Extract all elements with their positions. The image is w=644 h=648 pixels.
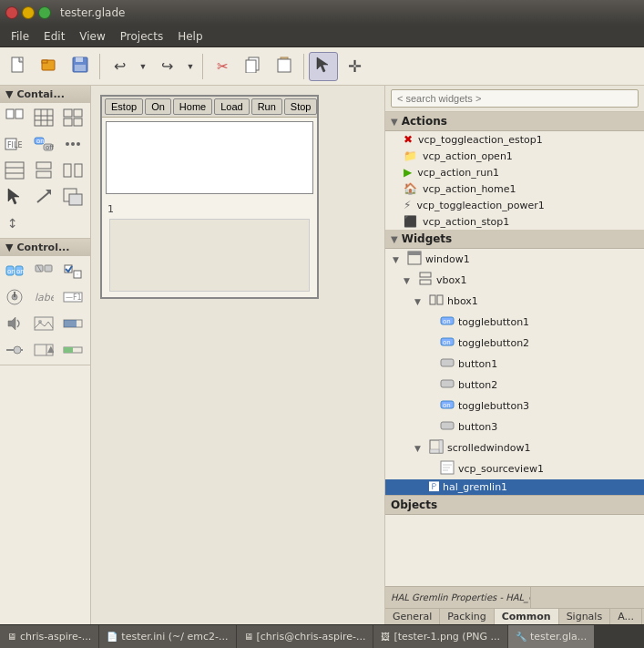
containers-label: Contai... <box>16 88 64 100</box>
svg-rect-7 <box>246 60 256 73</box>
widget-button2[interactable]: button2 <box>385 375 644 396</box>
gremlin1-icon: 🅿 <box>429 481 439 493</box>
tool-on-btn[interactable]: onon <box>2 258 27 283</box>
menu-projects[interactable]: Projects <box>113 28 170 45</box>
widget-togglebutton2[interactable]: on togglebutton2 <box>385 333 644 354</box>
redo-dropdown-icon: ▼ <box>187 62 195 71</box>
tool-image[interactable] <box>31 311 56 336</box>
load-button[interactable]: Load <box>214 98 249 115</box>
paste-button[interactable] <box>270 52 299 81</box>
scrolledwindow1-arrow[interactable]: ▼ <box>414 444 425 453</box>
widget-button3[interactable]: button3 <box>385 417 644 437</box>
action-open1[interactable]: 📁 vcp_action_open1 <box>385 148 644 164</box>
undo-dropdown[interactable]: ▼ <box>136 52 150 81</box>
widget-scrolledwindow1[interactable]: ▼ scrolledwindow1 <box>385 437 644 458</box>
move-button[interactable]: ✛ <box>340 52 369 81</box>
widget-togglebutton3[interactable]: on togglebutton3 <box>385 396 644 417</box>
widget-hbox1[interactable]: ▼ hbox1 <box>385 291 644 312</box>
widget-togglebutton1[interactable]: on togglebutton1 <box>385 312 644 333</box>
widget-hal-gremlin1[interactable]: 🅿 hal_gremlin1 <box>385 479 644 495</box>
window-controls[interactable] <box>5 6 51 19</box>
stop-button[interactable]: Stop <box>284 98 318 115</box>
run-button[interactable]: Run <box>251 98 282 115</box>
tool-bar[interactable] <box>60 311 86 336</box>
tool-slider[interactable] <box>2 337 27 363</box>
widget-button1[interactable]: button1 <box>385 354 644 375</box>
tool-toggle[interactable]: onoff <box>31 131 56 157</box>
widget-vbox1[interactable]: ▼ vbox1 <box>385 270 644 291</box>
search-input[interactable] <box>391 89 639 108</box>
action-run1[interactable]: ▶ vcp_action_run1 <box>385 164 644 180</box>
tool-progress[interactable] <box>60 337 86 363</box>
minimize-button[interactable] <box>22 6 35 19</box>
tool-new-file[interactable] <box>2 105 27 130</box>
tab-general[interactable]: General <box>385 609 440 624</box>
redo-dropdown[interactable]: ▼ <box>183 52 198 81</box>
tool-hbox[interactable] <box>60 158 86 183</box>
tab-common[interactable]: Common <box>495 609 559 624</box>
action-power1[interactable]: ⚡ vcp_toggleaction_power1 <box>385 197 644 213</box>
tool-table[interactable] <box>31 105 56 130</box>
tool-off-btn[interactable] <box>31 258 56 283</box>
tool-label[interactable]: label <box>31 284 56 310</box>
tab-accessibility[interactable]: A... <box>610 609 642 624</box>
tool-pan[interactable]: ↕ <box>2 211 27 236</box>
close-button[interactable] <box>5 6 18 19</box>
action-home1[interactable]: 🏠 vcp_action_home1 <box>385 180 644 197</box>
props-tabs: General Packing Common Signals A... <box>385 608 644 624</box>
taskbar-item-4[interactable]: 🖼 [tester-1.png (PNG ... <box>373 625 508 648</box>
maximize-button[interactable] <box>38 6 51 19</box>
estop-button[interactable]: Estop <box>105 98 143 115</box>
taskbar-item-2[interactable]: 📄 tester.ini (~/ emc2-... <box>99 625 236 648</box>
widget-window1[interactable]: ▼ window1 <box>385 249 644 270</box>
containers-header[interactable]: ▼ Contai... <box>0 86 90 103</box>
button1-label: button1 <box>458 358 497 370</box>
home-button[interactable]: Home <box>173 98 212 115</box>
window1-arrow[interactable]: ▼ <box>393 255 404 264</box>
undo-button[interactable]: ↩ <box>105 52 134 81</box>
tool-stepper[interactable]: ▲ <box>31 337 56 363</box>
tool-checkbox[interactable] <box>60 258 86 283</box>
action-estop1[interactable]: ✖ vcp_toggleaction_estop1 <box>385 131 644 148</box>
tool-dial[interactable] <box>2 284 27 310</box>
canvas-area[interactable]: Estop On Home Load Run Stop 1 <box>91 86 384 624</box>
menu-view[interactable]: View <box>72 28 112 45</box>
menu-edit[interactable]: Edit <box>36 28 72 45</box>
tool-resize[interactable] <box>60 184 86 210</box>
widgets-collapse-arrow[interactable]: ▼ <box>391 234 398 244</box>
menu-file[interactable]: File <box>4 28 36 45</box>
action-stop1[interactable]: ⬛ vcp_action_stop1 <box>385 213 644 230</box>
tool-cursor[interactable] <box>2 184 27 210</box>
actions-collapse-arrow[interactable]: ▼ <box>391 117 398 127</box>
redo-button[interactable]: ↪ <box>152 52 181 81</box>
menu-help[interactable]: Help <box>170 28 210 45</box>
tab-signals[interactable]: Signals <box>559 609 611 624</box>
hbox1-arrow[interactable]: ▼ <box>414 297 425 306</box>
controls-header[interactable]: ▼ Control... <box>0 239 90 256</box>
tool-vbox[interactable] <box>31 158 56 183</box>
cut-button[interactable]: ✂ <box>208 52 237 81</box>
taskbar-item-5[interactable]: 🔧 tester.gla... <box>508 625 595 648</box>
tool-arrow[interactable] <box>31 184 56 210</box>
save-button[interactable] <box>66 52 95 81</box>
tool-entry[interactable]: —F1 <box>60 284 86 310</box>
tool-list[interactable] <box>2 158 27 183</box>
new-button[interactable] <box>4 52 33 81</box>
open-button[interactable] <box>35 52 64 81</box>
tool-dots[interactable] <box>60 131 86 157</box>
widget-vcp-sourceview1[interactable]: vcp_sourceview1 <box>385 458 644 479</box>
taskbar-item-3[interactable]: 🖥 [chris@chris-aspire-... <box>237 625 374 648</box>
pointer-button[interactable] <box>309 52 338 81</box>
copy-button[interactable] <box>239 52 268 81</box>
tab-packing[interactable]: Packing <box>440 609 494 624</box>
svg-text:▲: ▲ <box>47 344 54 354</box>
tool-file-chooser[interactable]: FILE <box>2 131 27 157</box>
objects-header-label: Objects <box>391 499 437 511</box>
tool-sound[interactable] <box>2 311 27 336</box>
taskbar-item-1[interactable]: 🖥 chris-aspire-... <box>0 625 99 648</box>
tool-grid[interactable] <box>60 105 86 130</box>
vbox1-arrow[interactable]: ▼ <box>404 276 414 285</box>
svg-text:on: on <box>443 339 451 346</box>
svg-rect-88 <box>439 440 443 453</box>
on-button[interactable]: On <box>145 98 171 115</box>
